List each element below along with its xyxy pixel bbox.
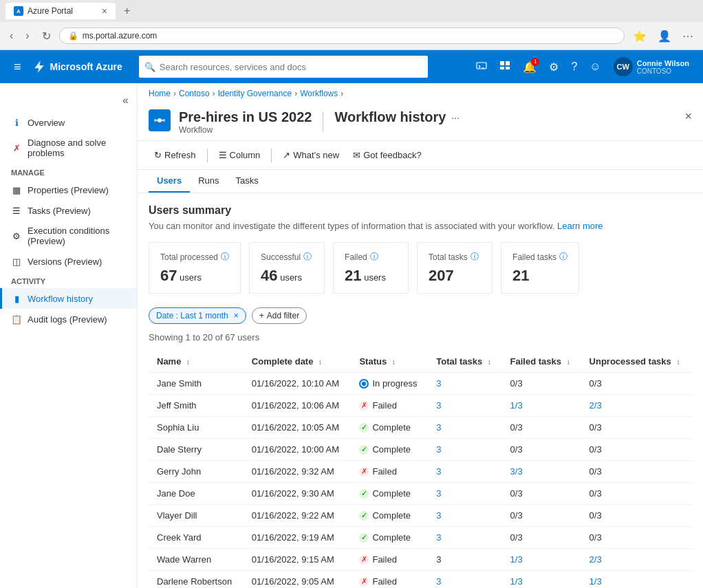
- feedback-button[interactable]: ☺: [584, 55, 606, 78]
- breadcrumb-contoso[interactable]: Contoso: [179, 89, 210, 98]
- total-tasks-info-icon[interactable]: ⓘ: [471, 251, 479, 263]
- nav-forward-button[interactable]: ›: [21, 27, 33, 45]
- notifications-button[interactable]: 🔔 1: [517, 55, 542, 79]
- browser-extensions-button[interactable]: ⭐: [629, 27, 651, 45]
- breadcrumb-identity-governance[interactable]: Identity Governance: [218, 89, 292, 98]
- total-processed-info-icon[interactable]: ⓘ: [221, 251, 229, 263]
- filter-chip-close[interactable]: ×: [234, 311, 239, 320]
- cell-name: Dale Sterry: [149, 439, 244, 461]
- breadcrumb-workflows[interactable]: Workflows: [300, 89, 338, 98]
- search-input[interactable]: [160, 62, 422, 72]
- toolbar-separator: [207, 149, 208, 162]
- col-unprocessed-tasks[interactable]: Unprocessed tasks ↕: [581, 351, 692, 373]
- col-complete-date[interactable]: Complete date ↕: [244, 351, 352, 373]
- sidebar-item-tasks[interactable]: ☰ Tasks (Preview): [0, 200, 137, 221]
- unprocessed-tasks-link[interactable]: 1/3: [590, 576, 602, 587]
- settings-button[interactable]: ⚙: [543, 55, 564, 79]
- user-profile[interactable]: CW Connie Wilson CONTOSO: [608, 54, 695, 79]
- close-button[interactable]: ×: [684, 109, 692, 124]
- sidebar-item-workflow-history[interactable]: ▮ Workflow history: [0, 288, 137, 309]
- whats-new-button[interactable]: ↗ What's new: [277, 146, 345, 164]
- tab-tasks[interactable]: Tasks: [228, 170, 267, 193]
- failed-tasks-link[interactable]: 1/3: [510, 554, 523, 565]
- sidebar-collapse-button[interactable]: «: [0, 89, 137, 112]
- col-failed-tasks[interactable]: Failed tasks ↕: [502, 351, 581, 373]
- cell-total-tasks[interactable]: 3: [428, 439, 501, 461]
- total-tasks-link[interactable]: 3: [436, 422, 441, 433]
- cell-failed-tasks[interactable]: 3/3: [502, 461, 581, 483]
- breadcrumb-home[interactable]: Home: [149, 89, 171, 98]
- cell-unprocessed-tasks[interactable]: 2/3: [581, 549, 692, 571]
- failed-tasks-link[interactable]: 1/3: [510, 400, 523, 411]
- col-name[interactable]: Name ↕: [149, 351, 244, 373]
- cell-total-tasks[interactable]: 3: [428, 571, 501, 589]
- total-tasks-link[interactable]: 3: [436, 488, 441, 499]
- sidebar-item-versions[interactable]: ◫ Versions (Preview): [0, 251, 137, 272]
- date-filter-chip[interactable]: Date : Last 1 month ×: [149, 307, 246, 324]
- cell-unprocessed-tasks: 0/3: [581, 461, 692, 483]
- azure-search-bar[interactable]: 🔍: [139, 56, 428, 78]
- unprocessed-tasks-link[interactable]: 2/3: [590, 400, 602, 411]
- sidebar-item-label: Overview: [28, 118, 65, 128]
- more-options-button[interactable]: ···: [451, 112, 459, 123]
- total-tasks-link[interactable]: 3: [436, 444, 441, 455]
- activity-section-label: Activity: [0, 272, 137, 288]
- address-bar[interactable]: 🔒 ms.portal.azure.com: [59, 28, 625, 44]
- cell-total-tasks[interactable]: 3: [428, 527, 501, 549]
- portal-menu-button[interactable]: [494, 54, 516, 79]
- failed-tasks-info-icon[interactable]: ⓘ: [559, 251, 567, 263]
- total-tasks-link[interactable]: 3: [436, 466, 441, 477]
- failed-tasks-link[interactable]: 1/3: [510, 576, 523, 587]
- cell-failed-tasks[interactable]: 1/3: [502, 571, 581, 589]
- failed-info-icon[interactable]: ⓘ: [370, 251, 378, 263]
- refresh-button[interactable]: ↻ Refresh: [149, 146, 202, 164]
- cell-total-tasks[interactable]: 3: [428, 395, 501, 417]
- cell-total-tasks[interactable]: 3: [428, 505, 501, 527]
- cell-failed-tasks[interactable]: 1/3: [502, 549, 581, 571]
- total-tasks-link[interactable]: 3: [436, 576, 441, 587]
- col-total-tasks[interactable]: Total tasks ↕: [428, 351, 501, 373]
- total-tasks-link[interactable]: 3: [436, 532, 441, 543]
- feedback-toolbar-button[interactable]: ✉ Got feedback?: [347, 146, 427, 164]
- azure-logo[interactable]: Microsoft Azure: [32, 60, 122, 74]
- cell-failed-tasks[interactable]: 1/3: [502, 395, 581, 417]
- content-scroll[interactable]: Users summary You can monitor and invest…: [138, 193, 703, 588]
- add-filter-button[interactable]: + Add filter: [252, 307, 307, 324]
- failed-tasks-link[interactable]: 3/3: [510, 466, 523, 477]
- successful-info-icon[interactable]: ⓘ: [303, 251, 312, 263]
- tab-users[interactable]: Users: [149, 170, 190, 193]
- browser-profile-button[interactable]: 👤: [653, 27, 675, 45]
- sidebar-item-diagnose[interactable]: ✗ Diagnose and solve problems: [0, 133, 137, 163]
- cell-total-tasks[interactable]: 3: [428, 373, 501, 395]
- col-status[interactable]: Status ↕: [351, 351, 428, 373]
- nav-refresh-button[interactable]: ↻: [38, 27, 55, 45]
- total-tasks-link[interactable]: 3: [436, 400, 441, 411]
- cell-unprocessed-tasks[interactable]: 1/3: [581, 571, 692, 589]
- unprocessed-tasks-link[interactable]: 2/3: [590, 554, 602, 565]
- cell-total-tasks[interactable]: 3: [428, 417, 501, 439]
- sidebar-item-audit-logs[interactable]: 📋 Audit logs (Preview): [0, 309, 137, 329]
- browser-tab[interactable]: A Azure Portal ×: [6, 3, 116, 19]
- hamburger-menu-button[interactable]: ≡: [8, 57, 27, 77]
- new-tab-button[interactable]: +: [121, 5, 133, 17]
- total-tasks-link[interactable]: 3: [436, 378, 441, 389]
- cloud-shell-button[interactable]: [471, 54, 493, 79]
- total-tasks-link[interactable]: 3: [436, 510, 441, 521]
- help-button[interactable]: ?: [565, 55, 583, 78]
- nav-back-button[interactable]: ‹: [6, 27, 17, 45]
- browser-more-button[interactable]: ⋯: [678, 27, 697, 45]
- tab-runs[interactable]: Runs: [190, 170, 227, 193]
- cell-total-tasks[interactable]: 3: [428, 483, 501, 505]
- cell-total-tasks[interactable]: 3: [428, 461, 501, 483]
- svg-point-6: [158, 118, 162, 122]
- learn-more-link[interactable]: Learn more: [557, 221, 603, 231]
- sidebar-item-properties[interactable]: ▦ Properties (Preview): [0, 179, 137, 200]
- cell-unprocessed-tasks[interactable]: 2/3: [581, 395, 692, 417]
- sidebar-item-overview[interactable]: ℹ Overview: [0, 112, 137, 133]
- sidebar-item-execution[interactable]: ⚙ Execution conditions (Preview): [0, 221, 137, 251]
- page-icon: [149, 109, 171, 131]
- column-button[interactable]: ☰ Column: [213, 146, 266, 164]
- browser-nav-actions: ⭐ 👤 ⋯: [629, 27, 697, 45]
- browser-tab-close-btn[interactable]: ×: [102, 6, 107, 17]
- feedback-label: Got feedback?: [363, 150, 422, 160]
